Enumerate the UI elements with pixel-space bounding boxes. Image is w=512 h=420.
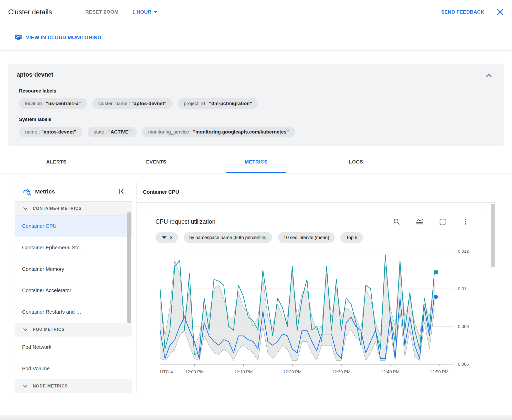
top-header: Cluster details RESET ZOOM 1 HOUR SEND F… [0, 0, 512, 24]
query-stats-icon [23, 187, 31, 196]
chart-filter-chips: 3 by namespace name (50th percentile) 10… [155, 232, 472, 243]
sidebar-item-pod-volume[interactable]: Pod Volume [15, 358, 132, 380]
svg-text:12:40 PM: 12:40 PM [381, 370, 400, 374]
collapse-sidebar-button[interactable] [117, 188, 126, 196]
sidebar-item-container-ephemeral-storage[interactable]: Container Ephemeral Sto… [15, 237, 132, 258]
label-chip: state : "ACTIVE" [88, 127, 137, 137]
chart-panel-scrollbar-thumb[interactable] [491, 204, 495, 267]
legend-toggle-icon [416, 218, 423, 226]
system-labels-heading: System labels [19, 117, 494, 122]
chevron-up-icon [485, 71, 493, 80]
reset-zoom-button[interactable]: RESET ZOOM [85, 9, 119, 15]
interval-chip[interactable]: 10 sec interval (mean) [278, 232, 335, 243]
svg-text:12:50 PM: 12:50 PM [430, 370, 448, 374]
sidebar-scrollbar-thumb[interactable] [127, 212, 131, 323]
more-vert-icon [462, 218, 469, 226]
time-range-label: 1 HOUR [132, 9, 151, 15]
section-node-metrics[interactable]: NODE METRICS [15, 380, 132, 393]
svg-text:12:00 PM: 12:00 PM [185, 370, 204, 374]
top5-chip[interactable]: Top 5 [340, 232, 363, 243]
svg-text:UTC-4: UTC-4 [160, 370, 173, 374]
svg-text:12:20 PM: 12:20 PM [283, 370, 302, 374]
resource-labels-row: location : "us-central1-a" cluster_name … [19, 98, 494, 109]
collapse-left-icon [118, 188, 125, 195]
chevron-down-icon [22, 205, 29, 212]
svg-text:0.008: 0.008 [458, 324, 469, 329]
label-chip: monitoring_service : "monitoring.googlea… [142, 127, 295, 137]
filter-count-chip[interactable]: 3 [155, 232, 178, 243]
groupby-chip[interactable]: by namespace name (50th percentile) [184, 232, 272, 243]
fullscreen-button[interactable] [439, 218, 446, 226]
monitoring-chart-icon [15, 34, 22, 41]
sidebar-item-container-accelerator[interactable]: Container Accelerator [15, 280, 132, 301]
close-button[interactable] [496, 7, 505, 17]
cluster-info-panel: aptos-devnet Resource labels location : … [8, 64, 504, 146]
tab-events[interactable]: EVENTS [106, 151, 206, 173]
collapse-panel-button[interactable] [484, 71, 494, 80]
svg-text:0.006: 0.006 [458, 362, 469, 367]
time-range-dropdown[interactable]: 1 HOUR [132, 9, 158, 15]
label-chip: location : "us-central1-a" [19, 98, 87, 109]
sidebar-item-container-memory[interactable]: Container Memory [15, 258, 132, 280]
chart-title: CPU request utilization [155, 218, 215, 225]
page-bottom-strip [0, 415, 512, 420]
zoom-reset-button[interactable] [393, 218, 400, 226]
section-pod-metrics[interactable]: POD METRICS [15, 323, 132, 336]
chart-card: CPU request utilization [145, 208, 482, 393]
svg-text:0.012: 0.012 [458, 249, 469, 254]
sidebar-item-pod-network[interactable]: Pod Network [15, 336, 132, 358]
tab-logs[interactable]: LOGS [306, 151, 406, 173]
sidebar-header: Metrics [15, 182, 132, 202]
fullscreen-icon [439, 218, 446, 226]
resource-labels-heading: Resource labels [19, 88, 494, 94]
svg-text:0.01: 0.01 [458, 286, 466, 291]
legend-toggle-button[interactable] [416, 218, 423, 226]
label-chip: cluster_name : "aptos-devnet" [92, 98, 173, 109]
chevron-down-icon [22, 383, 29, 390]
send-feedback-button[interactable]: SEND FEEDBACK [441, 9, 484, 15]
close-icon [496, 7, 505, 17]
tab-metrics[interactable]: METRICS [206, 151, 306, 173]
svg-text:12:30 PM: 12:30 PM [332, 370, 351, 374]
svg-text:12:10 PM: 12:10 PM [234, 370, 253, 374]
page-title: Cluster details [8, 8, 52, 16]
system-labels-row: name : "aptos-devnet" state : "ACTIVE" m… [19, 127, 494, 137]
chart-panel: Container CPU CPU request utilization [137, 182, 496, 393]
metrics-content: Metrics CONTAINER METRICS Container CPU … [15, 182, 496, 393]
cpu-utilization-chart[interactable]: 0.0120.010.0080.006UTC-412:00 PM12:10 PM… [155, 244, 472, 378]
sidebar-title: Metrics [35, 188, 55, 195]
chevron-down-icon [154, 11, 158, 13]
section-container-metrics[interactable]: CONTAINER METRICS [15, 202, 132, 215]
filter-list-icon [161, 234, 167, 241]
tab-bar: ALERTS EVENTS METRICS LOGS [0, 151, 512, 173]
more-options-button[interactable] [462, 218, 469, 226]
label-chip: project_id : "dm-pcfmigration" [178, 98, 258, 109]
label-chip: name : "aptos-devnet" [19, 127, 82, 137]
tab-alerts[interactable]: ALERTS [6, 151, 106, 173]
sidebar-item-container-cpu[interactable]: Container CPU [15, 216, 132, 237]
cluster-name: aptos-devnet [17, 71, 53, 78]
view-in-cloud-monitoring-link[interactable]: VIEW IN CLOUD MONITORING [15, 34, 102, 41]
chart-panel-heading: Container CPU [137, 182, 496, 203]
metrics-sidebar: Metrics CONTAINER METRICS Container CPU … [15, 182, 132, 393]
chevron-down-icon [22, 326, 29, 333]
sidebar-item-container-restarts[interactable]: Container Restarts and … [15, 301, 132, 323]
zoom-reset-icon [393, 218, 400, 226]
toolbar: VIEW IN CLOUD MONITORING [0, 24, 512, 51]
view-in-cloud-monitoring-label: VIEW IN CLOUD MONITORING [26, 35, 102, 40]
